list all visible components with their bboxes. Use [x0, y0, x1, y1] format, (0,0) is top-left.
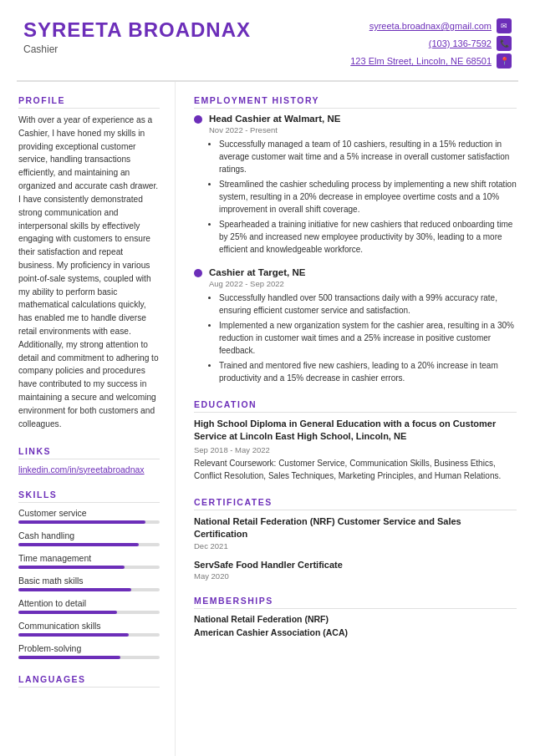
job-title: Head Cashier at Walmart, NE: [209, 114, 340, 124]
education-entry: High School Diploma in General Education…: [194, 418, 517, 482]
candidate-title: Cashier: [23, 43, 251, 55]
certificate-title: National Retail Federation (NRF) Custome…: [194, 515, 517, 541]
links-list: linkedin.com/in/syreetabroadnax: [18, 464, 160, 474]
job-bullet: Successfully managed a team of 10 cashie…: [219, 138, 517, 175]
skill-label: Attention to detail: [18, 598, 160, 608]
job-dot: [194, 115, 202, 124]
job-bullet: Spearheaded a training initiative for ne…: [219, 218, 517, 256]
memberships-list: National Retail Federation (NRF)American…: [194, 614, 517, 637]
certificate-date: May 2020: [194, 571, 517, 581]
body: PROFILE With over a year of experience a…: [0, 82, 535, 756]
job-bullet: Streamlined the cashier scheduling proce…: [219, 178, 517, 216]
languages-section-title: LANGUAGES: [18, 674, 160, 688]
phone-number: (103) 136-7592: [429, 38, 492, 48]
education-coursework: Relevant Coursework: Customer Service, C…: [194, 457, 517, 482]
job-dates: Aug 2022 - Sep 2022: [209, 279, 517, 288]
header-left: SYREETA BROADNAX Cashier: [23, 18, 251, 55]
education-section-title: EDUCATION: [194, 399, 517, 413]
membership-item: National Retail Federation (NRF): [194, 614, 517, 624]
skill-label: Basic math skills: [18, 576, 160, 586]
certificates-section-title: CERTIFICATES: [194, 497, 517, 510]
skill-bar-fill: [18, 656, 120, 659]
skill-item: Customer service: [18, 508, 160, 524]
linkedin-link[interactable]: linkedin.com/in/syreetabroadnax: [18, 464, 145, 474]
address-row: 123 Elm Street, Lincoln, NE 68501 📍: [350, 53, 512, 68]
skill-bar-fill: [18, 588, 131, 591]
skill-item: Attention to detail: [18, 598, 160, 614]
employment-section-title: EMPLOYMENT HISTORY: [194, 95, 517, 109]
membership-item: American Cashier Association (ACA): [194, 627, 517, 637]
certificate-title: ServSafe Food Handler Certificate: [194, 559, 517, 571]
jobs-list: Head Cashier at Walmart, NE Nov 2022 - P…: [194, 114, 517, 384]
certificates-section: CERTIFICATES National Retail Federation …: [194, 497, 517, 581]
certificate-date: Dec 2021: [194, 541, 517, 551]
candidate-name: SYREETA BROADNAX: [23, 18, 251, 42]
job-title: Cashier at Target, NE: [209, 267, 305, 277]
job-header: Head Cashier at Walmart, NE: [194, 114, 517, 124]
links-section-title: LINKS: [18, 446, 160, 459]
header-right: syreeta.broadnax@gmail.com ✉ (103) 136-7…: [350, 18, 512, 68]
phone-row: (103) 136-7592 📞: [429, 36, 512, 51]
job-entry: Head Cashier at Walmart, NE Nov 2022 - P…: [194, 114, 517, 256]
skill-bar-bg: [18, 611, 160, 614]
skill-bar-fill: [18, 543, 139, 546]
skills-list: Customer service Cash handling Time mana…: [18, 508, 160, 659]
address-text: 123 Elm Street, Lincoln, NE 68501: [350, 56, 492, 66]
memberships-section-title: MEMBERSHIPS: [194, 596, 517, 609]
skill-bar-fill: [18, 633, 129, 637]
education-dates: Sep 2018 - May 2022: [194, 445, 517, 454]
skill-item: Time management: [18, 553, 160, 569]
skill-item: Problem-solving: [18, 643, 160, 659]
certificate-entry: ServSafe Food Handler Certificate May 20…: [194, 559, 517, 581]
education-list: High School Diploma in General Education…: [194, 418, 517, 482]
skill-label: Time management: [18, 553, 160, 563]
skill-label: Communication skills: [18, 621, 160, 631]
languages-section: LANGUAGES: [18, 674, 160, 688]
job-dot: [194, 269, 202, 277]
skill-bar-bg: [18, 588, 160, 591]
skill-item: Basic math skills: [18, 576, 160, 591]
certificate-entry: National Retail Federation (NRF) Custome…: [194, 515, 517, 551]
job-bullet: Trained and mentored five new cashiers, …: [219, 359, 517, 384]
memberships-section: MEMBERSHIPS National Retail Federation (…: [194, 596, 517, 637]
header: SYREETA BROADNAX Cashier syreeta.broadna…: [0, 0, 535, 80]
location-icon: 📍: [497, 53, 512, 68]
email-link[interactable]: syreeta.broadnax@gmail.com: [369, 21, 492, 31]
job-bullet: Successfully handled over 500 transactio…: [219, 292, 517, 317]
job-bullets: Successfully handled over 500 transactio…: [209, 292, 517, 384]
skill-bar-bg: [18, 520, 160, 524]
employment-section: EMPLOYMENT HISTORY Head Cashier at Walma…: [194, 95, 517, 384]
job-header: Cashier at Target, NE: [194, 267, 517, 277]
skill-bar-fill: [18, 611, 117, 614]
skill-item: Cash handling: [18, 530, 160, 546]
profile-section-title: PROFILE: [18, 95, 160, 109]
education-section: EDUCATION High School Diploma in General…: [194, 399, 517, 482]
links-section: LINKS linkedin.com/in/syreetabroadnax: [18, 446, 160, 474]
job-dates: Nov 2022 - Present: [209, 125, 517, 134]
skills-section: SKILLS Customer service Cash handling Ti…: [18, 490, 160, 659]
skill-bar-bg: [18, 633, 160, 637]
skill-bar-fill: [18, 566, 125, 569]
profile-text: With over a year of experience as a Cash…: [18, 114, 160, 431]
skill-label: Problem-solving: [18, 643, 160, 653]
left-column: PROFILE With over a year of experience a…: [0, 82, 176, 756]
email-row: syreeta.broadnax@gmail.com ✉: [369, 18, 512, 33]
resume-page: SYREETA BROADNAX Cashier syreeta.broadna…: [0, 0, 535, 756]
skill-label: Customer service: [18, 508, 160, 518]
job-bullets: Successfully managed a team of 10 cashie…: [209, 138, 517, 256]
right-column: EMPLOYMENT HISTORY Head Cashier at Walma…: [176, 82, 535, 756]
job-entry: Cashier at Target, NE Aug 2022 - Sep 202…: [194, 267, 517, 384]
skill-bar-bg: [18, 656, 160, 659]
job-bullet: Implemented a new organization system fo…: [219, 319, 517, 357]
skill-item: Communication skills: [18, 621, 160, 637]
skill-bar-bg: [18, 566, 160, 569]
skill-bar-fill: [18, 520, 145, 524]
education-title: High School Diploma in General Education…: [194, 418, 517, 444]
skills-section-title: SKILLS: [18, 490, 160, 503]
skill-bar-bg: [18, 543, 160, 546]
phone-icon: 📞: [497, 36, 512, 51]
skill-label: Cash handling: [18, 530, 160, 540]
certificates-list: National Retail Federation (NRF) Custome…: [194, 515, 517, 581]
email-icon: ✉: [497, 18, 512, 33]
profile-section: PROFILE With over a year of experience a…: [18, 95, 160, 431]
